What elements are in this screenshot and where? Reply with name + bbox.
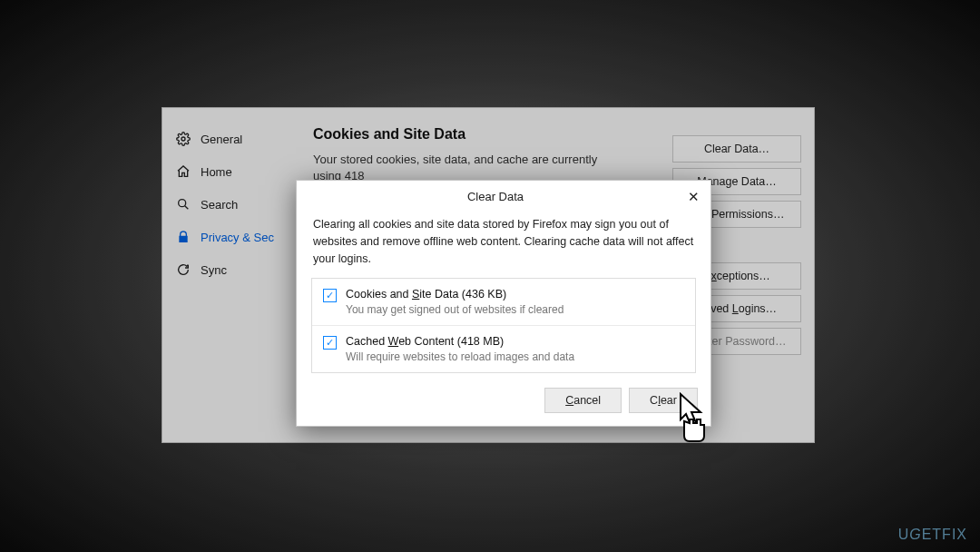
settings-sidebar: General Home Search Privacy & Sec Sync [162, 108, 297, 442]
dialog-message: Clearing all cookies and site data store… [297, 211, 710, 278]
dialog-header: Clear Data ✕ [297, 181, 710, 211]
svg-point-0 [181, 137, 185, 141]
checkbox-icon[interactable]: ✓ [323, 336, 337, 350]
clear-button[interactable]: Clear [629, 388, 698, 413]
option-label: Cookies and Site Data (436 KB) [346, 288, 564, 301]
option-description: You may get signed out of websites if cl… [346, 303, 564, 316]
checkbox-icon[interactable]: ✓ [323, 289, 337, 302]
dialog-actions: Cancel Clear [297, 382, 710, 426]
sidebar-item-label: Privacy & Sec [201, 231, 274, 244]
home-icon [175, 163, 191, 180]
sidebar-item-sync[interactable]: Sync [162, 253, 297, 286]
dialog-title: Clear Data [306, 190, 685, 203]
sidebar-item-label: Search [201, 198, 238, 212]
sidebar-item-home[interactable]: Home [162, 155, 297, 188]
option-description: Will require websites to reload images a… [346, 350, 574, 363]
sync-icon [175, 261, 191, 278]
sidebar-item-label: Home [201, 165, 232, 179]
sidebar-item-search[interactable]: Search [162, 188, 297, 221]
sidebar-item-general[interactable]: General [162, 123, 297, 155]
svg-line-2 [185, 206, 189, 210]
close-icon[interactable]: ✕ [685, 190, 701, 203]
search-icon [175, 196, 191, 212]
sidebar-item-privacy[interactable]: Privacy & Sec [162, 221, 297, 253]
clear-data-button[interactable]: Clear Data… [672, 135, 801, 163]
option-label: Cached Web Content (418 MB) [346, 335, 574, 348]
watermark: UGETFIX [898, 527, 967, 543]
option-cache[interactable]: ✓ Cached Web Content (418 MB) Will requi… [312, 325, 695, 372]
sidebar-item-label: Sync [201, 263, 227, 277]
lock-icon [175, 229, 191, 245]
cancel-button[interactable]: Cancel [544, 388, 622, 413]
gear-icon [175, 131, 191, 147]
option-cookies[interactable]: ✓ Cookies and Site Data (436 KB) You may… [312, 279, 695, 325]
clear-data-dialog: Clear Data ✕ Clearing all cookies and si… [296, 180, 711, 427]
svg-point-1 [179, 200, 186, 207]
dialog-options: ✓ Cookies and Site Data (436 KB) You may… [311, 278, 696, 373]
sidebar-item-label: General [201, 133, 242, 146]
